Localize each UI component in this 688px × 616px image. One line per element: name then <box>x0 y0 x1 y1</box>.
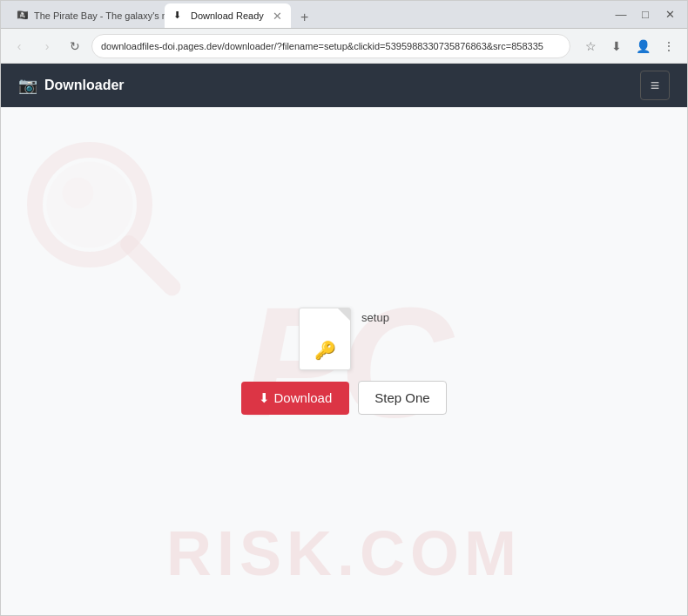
url-text: downloadfiles-doi.pages.dev/downloader/?… <box>101 41 561 51</box>
bookmark-icon[interactable]: ☆ <box>579 35 602 58</box>
main-content: PC RISK.COM 🔑 setup ⬇ Download Step One <box>1 107 687 615</box>
hamburger-icon: ≡ <box>651 78 660 93</box>
file-name: setup <box>361 311 389 324</box>
file-fold <box>338 308 350 321</box>
address-bar: ‹ › ↻ downloadfiles-doi.pages.dev/downlo… <box>1 29 687 64</box>
new-tab-button[interactable]: + <box>294 7 315 28</box>
tab-title-2: Download Ready <box>191 10 264 21</box>
step-one-button[interactable]: Step One <box>358 381 446 415</box>
close-button[interactable]: ✕ <box>659 4 680 25</box>
tab-title-1: The Pirate Bay - The galaxy's m... <box>34 10 165 21</box>
svg-point-0 <box>35 150 145 260</box>
hamburger-button[interactable]: ≡ <box>640 71 670 100</box>
magnifier-watermark <box>27 142 184 299</box>
file-type-icon: 🔑 <box>314 340 336 361</box>
file-preview: 🔑 <box>299 308 351 370</box>
risk-watermark: RISK.COM <box>166 518 522 589</box>
tab-favicon-1: 🏴‍☠️ <box>17 10 29 22</box>
svg-point-3 <box>63 178 94 209</box>
back-button[interactable]: ‹ <box>8 35 30 58</box>
brand-icon: 📷 <box>18 76 37 95</box>
brand-name: Downloader <box>44 78 125 93</box>
url-bar[interactable]: downloadfiles-doi.pages.dev/downloader/?… <box>91 34 570 58</box>
app-navbar: 📷 Downloader ≡ <box>1 64 687 107</box>
forward-button[interactable]: › <box>36 35 58 58</box>
menu-icon[interactable]: ⋮ <box>658 35 680 58</box>
app-brand: 📷 Downloader <box>18 76 125 95</box>
tab-favicon-2: ⬇ <box>173 10 185 22</box>
browser-window: 🏴‍☠️ The Pirate Bay - The galaxy's m... … <box>0 0 688 616</box>
tab-download-ready[interactable]: ⬇ Download Ready ✕ <box>165 3 291 28</box>
tab-piratebay[interactable]: 🏴‍☠️ The Pirate Bay - The galaxy's m... … <box>8 3 165 28</box>
svg-line-1 <box>129 244 172 288</box>
tab-bar: 🏴‍☠️ The Pirate Bay - The galaxy's m... … <box>8 1 604 28</box>
tab-close-2[interactable]: ✕ <box>273 10 282 23</box>
reload-button[interactable]: ↻ <box>64 35 86 58</box>
profile-icon[interactable]: 👤 <box>631 35 654 58</box>
download-button[interactable]: ⬇ Download <box>241 382 349 415</box>
minimize-button[interactable]: — <box>610 4 631 25</box>
window-controls: — □ ✕ <box>610 4 680 25</box>
action-row: ⬇ Download Step One <box>241 381 446 415</box>
svg-point-2 <box>47 162 133 248</box>
download-card: 🔑 setup ⬇ Download Step One <box>241 308 446 415</box>
download-icon[interactable]: ⬇ <box>605 35 628 58</box>
address-icons: ☆ ⬇ 👤 ⋮ <box>579 35 680 58</box>
maximize-button[interactable]: □ <box>635 4 656 25</box>
title-bar: 🏴‍☠️ The Pirate Bay - The galaxy's m... … <box>1 1 687 29</box>
